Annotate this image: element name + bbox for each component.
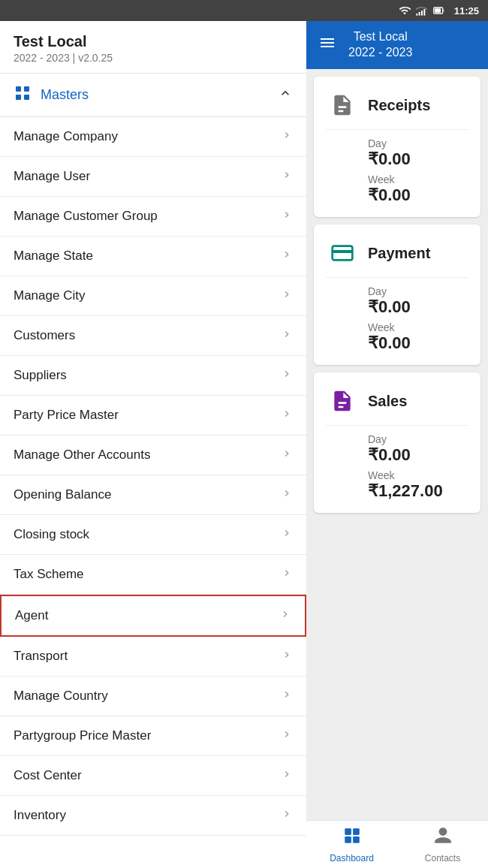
svg-rect-13 [353, 828, 360, 835]
svg-rect-0 [416, 14, 417, 16]
menu-item-label-partygroup-price-master: Partygroup Price Master [14, 728, 151, 743]
svg-rect-8 [16, 95, 21, 100]
menu-item-label-transport: Transport [14, 649, 68, 664]
card-day-receipts: Day ₹0.00 [368, 137, 468, 169]
status-bar: 11:25 [0, 0, 488, 21]
menu-item-label-manage-city: Manage City [14, 288, 85, 303]
menu-chevron-customers [281, 328, 293, 343]
menu-item-partygroup-price-master[interactable]: Partygroup Price Master [0, 716, 306, 756]
menu-chevron-partygroup-price-master [281, 728, 293, 743]
header-title: Test Local 2022 - 2023 [348, 29, 412, 61]
svg-rect-7 [24, 86, 29, 92]
menu-item-manage-other-accounts[interactable]: Manage Other Accounts [0, 436, 306, 475]
svg-rect-3 [423, 9, 425, 16]
svg-rect-1 [418, 12, 420, 16]
menu-chevron-transport [281, 649, 293, 664]
card-title-sales: Sales [368, 393, 407, 410]
main-area: Test Local 2022 - 2023 | v2.0.25 Masters [0, 21, 488, 868]
menu-item-manage-customer-group[interactable]: Manage Customer Group [0, 197, 306, 237]
menu-chevron-manage-other-accounts [281, 448, 293, 463]
menu-chevron-manage-country [281, 689, 293, 704]
sidebar-header: Test Local 2022 - 2023 | v2.0.25 [0, 21, 306, 74]
menu-chevron-tax-scheme [281, 567, 293, 582]
card-title-receipts: Receipts [368, 97, 430, 114]
menu-item-party-price-master[interactable]: Party Price Master [0, 396, 306, 436]
menu-item-manage-company[interactable]: Manage Company [0, 117, 306, 157]
menu-item-customers[interactable]: Customers [0, 316, 306, 356]
status-icons: 11:25 [399, 5, 479, 17]
card-icon-sales [326, 384, 359, 417]
card-sales: Sales Day ₹0.00 Week ₹1,227.00 [314, 372, 480, 513]
menu-chevron-manage-state [281, 249, 293, 264]
menu-item-label-manage-customer-group: Manage Customer Group [14, 209, 158, 224]
menu-chevron-manage-customer-group [281, 209, 293, 224]
menu-item-label-customers: Customers [14, 328, 75, 343]
card-week-payment: Week ₹0.00 [368, 321, 468, 353]
nav-item-contacts[interactable]: Contacts [397, 826, 488, 863]
menu-item-label-agent: Agent [15, 608, 48, 623]
menu-item-label-closing-stock: Closing stock [14, 527, 89, 542]
menu-chevron-manage-company [281, 129, 293, 144]
card-icon-receipts [326, 89, 359, 122]
svg-rect-15 [353, 836, 360, 843]
menu-chevron-inventory [281, 808, 293, 823]
svg-rect-14 [345, 836, 351, 843]
menu-item-manage-state[interactable]: Manage State [0, 237, 306, 276]
menu-chevron-agent [279, 608, 291, 623]
svg-rect-9 [24, 95, 29, 100]
svg-rect-6 [16, 86, 21, 92]
menu-chevron-party-price-master [281, 408, 293, 423]
menu-chevron-manage-user [281, 169, 293, 184]
card-header-sales: Sales [326, 384, 468, 417]
menu-item-label-suppliers: Suppliers [14, 368, 67, 383]
right-panel: Test Local 2022 - 2023 Receipts Day ₹0.0… [306, 21, 488, 868]
menu-item-manage-country[interactable]: Manage Country [0, 677, 306, 716]
menu-item-label-manage-country: Manage Country [14, 689, 108, 704]
masters-icon [14, 84, 32, 106]
card-icon-payment [326, 237, 359, 270]
nav-icon-contacts [433, 826, 453, 850]
svg-rect-11 [333, 250, 353, 253]
card-header-payment: Payment [326, 237, 468, 270]
app-subtitle: 2022 - 2023 | v2.0.25 [14, 52, 293, 64]
card-day-sales: Day ₹0.00 [368, 433, 468, 465]
menu-chevron-suppliers [281, 368, 293, 383]
menu-chevron-closing-stock [281, 527, 293, 542]
menu-chevron-manage-city [281, 288, 293, 303]
menu-item-closing-stock[interactable]: Closing stock [0, 515, 306, 555]
menu-item-manage-user[interactable]: Manage User [0, 157, 306, 197]
menu-item-transport[interactable]: Transport [0, 637, 306, 677]
right-header: Test Local 2022 - 2023 [306, 21, 488, 69]
masters-section[interactable]: Masters [0, 74, 306, 117]
collapse-icon [278, 86, 293, 104]
menu-chevron-opening-balance [281, 487, 293, 502]
wifi-icon [399, 5, 411, 17]
menu-item-cost-center[interactable]: Cost Center [0, 756, 306, 796]
card-receipts: Receipts Day ₹0.00 Week ₹0.00 [314, 77, 480, 217]
nav-item-dashboard[interactable]: Dashboard [306, 826, 397, 863]
right-content: Receipts Day ₹0.00 Week ₹0.00 Payment Da… [306, 69, 488, 820]
svg-rect-5 [435, 8, 441, 12]
app-name: Test Local [14, 33, 293, 50]
svg-rect-2 [421, 11, 423, 16]
card-day-payment: Day ₹0.00 [368, 285, 468, 317]
menu-item-label-party-price-master: Party Price Master [14, 408, 119, 423]
menu-item-label-manage-company: Manage Company [14, 129, 118, 144]
menu-item-label-tax-scheme: Tax Scheme [14, 567, 84, 582]
menu-list: Manage Company Manage User Manage Custom… [0, 117, 306, 868]
nav-label-dashboard: Dashboard [330, 853, 374, 863]
hamburger-icon[interactable] [318, 34, 336, 56]
menu-item-inventory[interactable]: Inventory [0, 796, 306, 836]
menu-item-label-manage-state: Manage State [14, 249, 93, 264]
menu-item-tax-scheme[interactable]: Tax Scheme [0, 555, 306, 595]
battery-icon [432, 5, 447, 17]
menu-item-manage-city[interactable]: Manage City [0, 276, 306, 316]
menu-item-suppliers[interactable]: Suppliers [0, 356, 306, 396]
nav-icon-dashboard [342, 826, 362, 850]
menu-item-opening-balance[interactable]: Opening Balance [0, 475, 306, 515]
menu-item-label-opening-balance: Opening Balance [14, 487, 111, 502]
menu-item-label-cost-center: Cost Center [14, 768, 82, 783]
menu-item-agent[interactable]: Agent [0, 595, 306, 637]
menu-chevron-cost-center [281, 768, 293, 783]
card-title-payment: Payment [368, 245, 430, 262]
